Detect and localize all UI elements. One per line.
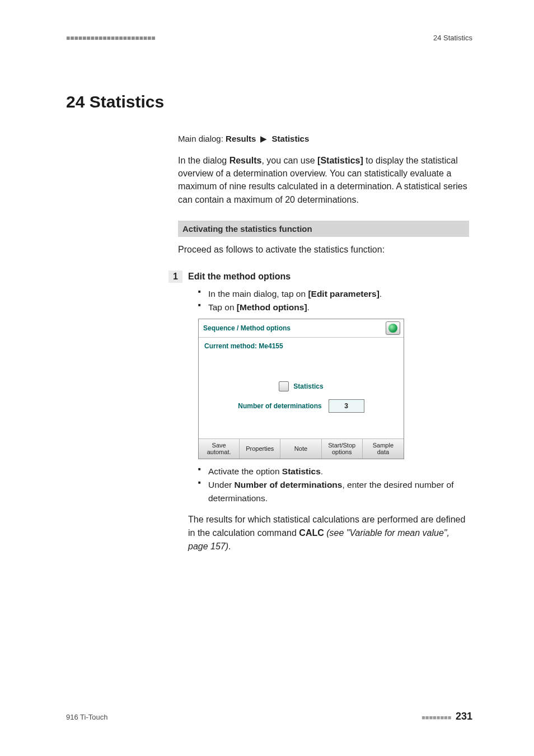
breadcrumb-results: Results	[226, 134, 256, 143]
num-determinations-field[interactable]: 3	[329, 399, 364, 413]
intro-text: In the dialog	[178, 156, 229, 165]
li-dot: .	[380, 289, 382, 298]
breadcrumb: Main dialog: Results ▶ Statistics	[178, 134, 469, 144]
li-edit-parameters: [Edit parameters]	[308, 289, 379, 298]
li-text: In the main dialog, tap on	[208, 289, 308, 298]
footer-model: 916 Ti-Touch	[66, 713, 107, 721]
footer-dashes: ■■■■■■■■	[421, 714, 451, 721]
section-heading-bar: Activating the statistics function	[178, 221, 469, 237]
closing-calc: CALC	[299, 528, 324, 538]
sample-data-button[interactable]: Sample data	[363, 439, 404, 459]
list-item: Tap on [Method options].	[198, 301, 469, 314]
save-automat-button[interactable]: Save automat.	[199, 439, 240, 459]
breadcrumb-arrow-icon: ▶	[258, 134, 269, 143]
statistics-checkbox-label: Statistics	[293, 382, 323, 390]
li-text: Under	[208, 480, 235, 489]
li-statistics-option: Statistics	[282, 466, 321, 476]
note-button[interactable]: Note	[280, 439, 321, 459]
dialog-titlebar: Sequence / Method options	[199, 319, 404, 338]
list-item: Under Number of determinations, enter th…	[198, 478, 469, 505]
header-chapter: 24 Statistics	[433, 34, 472, 42]
breadcrumb-lead: Main dialog:	[178, 134, 226, 143]
intro-text-2: , you can use	[261, 156, 317, 165]
footer-right: ■■■■■■■■ 231	[421, 711, 472, 722]
step-title: Edit the method options	[188, 272, 469, 282]
step-number: 1	[168, 270, 182, 283]
section-lead: Proceed as follows to activate the stati…	[178, 245, 469, 255]
li-dot: .	[307, 302, 310, 312]
dialog-title-text: Sequence / Method options	[203, 324, 291, 332]
intro-paragraph: In the dialog Results, you can use [Stat…	[178, 154, 469, 206]
post-dialog-bullet-list: Activate the option Statistics. Under Nu…	[198, 465, 469, 505]
breadcrumb-statistics: Statistics	[272, 134, 310, 143]
current-method-label: Current method: Me4155	[204, 342, 398, 350]
num-determinations-label: Number of determinations	[238, 402, 321, 410]
dialog-body: Current method: Me4155 Statistics Number…	[199, 338, 404, 438]
num-determinations-row: Number of determinations 3	[204, 399, 398, 413]
li-text: Activate the option	[208, 466, 282, 476]
start-stop-options-button[interactable]: Start/Stop options	[322, 439, 363, 459]
step-bullet-list: In the main dialog, tap on [Edit paramet…	[198, 287, 469, 314]
li-method-options: [Method options]	[237, 302, 307, 312]
page-footer: 916 Ti-Touch ■■■■■■■■ 231	[66, 711, 472, 722]
method-options-dialog: Sequence / Method options Current method…	[198, 319, 404, 459]
li-num-determinations: Number of determinations	[235, 480, 343, 489]
home-icon	[388, 324, 397, 333]
content-area: Main dialog: Results ▶ Statistics In the…	[178, 134, 469, 553]
list-item: In the main dialog, tap on [Edit paramet…	[198, 287, 469, 301]
header-dashes: ■■■■■■■■■■■■■■■■■■■■■■	[66, 34, 155, 42]
statistics-checkbox-row: Statistics	[204, 381, 398, 391]
statistics-checkbox[interactable]	[279, 381, 289, 391]
page-number: 231	[456, 711, 472, 722]
intro-statistics-bracket: [Statistics]	[317, 156, 363, 165]
step-body: Edit the method options In the main dial…	[188, 270, 469, 553]
list-item: Activate the option Statistics.	[198, 465, 469, 478]
intro-results: Results	[229, 156, 262, 165]
closing-dot: .	[228, 542, 231, 551]
properties-button[interactable]: Properties	[240, 439, 280, 459]
li-dot: .	[321, 466, 323, 476]
page-header: ■■■■■■■■■■■■■■■■■■■■■■ 24 Statistics	[66, 34, 472, 42]
closing-paragraph: The results for which statistical calcul…	[188, 513, 469, 553]
chapter-title: 24 Statistics	[66, 92, 472, 111]
home-button[interactable]	[386, 321, 400, 335]
step-number-wrap: 1	[167, 270, 188, 553]
dialog-footer-buttons: Save automat. Properties Note Start/Stop…	[199, 438, 404, 459]
step-1: 1 Edit the method options In the main di…	[167, 270, 469, 553]
li-text: Tap on	[208, 302, 237, 312]
